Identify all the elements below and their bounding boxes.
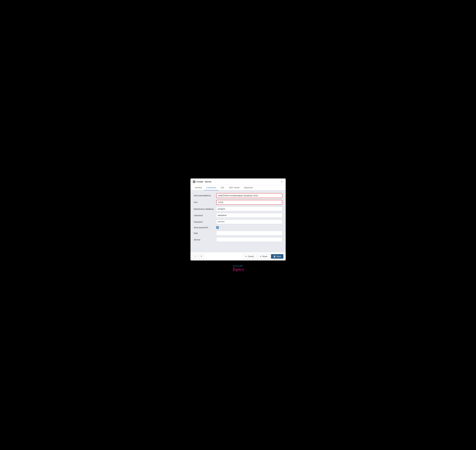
tab-ssl[interactable]: SSL (219, 185, 226, 190)
username-input[interactable] (216, 213, 282, 218)
save-button[interactable]: 💾 Save (271, 254, 283, 259)
password-row: Password (194, 219, 282, 224)
username-label: Username (194, 213, 216, 217)
service-row: Service (194, 237, 282, 242)
service-input[interactable] (216, 237, 282, 242)
reset-button[interactable]: ↺ Reset (257, 254, 270, 259)
footer-left: i ? (193, 254, 204, 259)
maintenance-db-row: Maintenance database (194, 207, 282, 211)
info-button[interactable]: i (193, 254, 198, 259)
password-input[interactable] (216, 219, 282, 224)
reset-label: Reset (262, 255, 267, 258)
help-button[interactable]: ? (199, 254, 204, 259)
branding-topics-text: Topics (232, 267, 244, 272)
save-password-label: Save password? (194, 226, 216, 229)
password-label: Password (194, 219, 216, 224)
role-input[interactable] (216, 231, 282, 235)
port-row: Port (194, 200, 282, 205)
cancel-icon: ✕ (245, 255, 247, 258)
cancel-button[interactable]: ✕ Cancel (243, 254, 256, 259)
host-label: Host name/address (194, 193, 216, 197)
dialog-title-area: Create - Server (193, 180, 212, 183)
dialog-wrapper: Create - Server × General Connection SSL… (191, 178, 286, 272)
tab-bar: General Connection SSL SSH Tunnel Advanc… (191, 185, 286, 190)
tab-connection[interactable]: Connection (204, 185, 219, 190)
tab-ssh-tunnel[interactable]: SSH Tunnel (227, 185, 242, 190)
save-label: Save (277, 255, 281, 258)
role-row: Role (194, 231, 282, 235)
create-server-dialog: Create - Server × General Connection SSL… (191, 178, 286, 261)
branding: SCALER Topics (232, 265, 244, 272)
dialog-header: Create - Server × (191, 178, 286, 185)
save-password-checkbox[interactable] (216, 226, 219, 229)
maintenance-db-label: Maintenance database (194, 207, 216, 211)
dialog-title: Create - Server (197, 180, 212, 183)
reset-icon: ↺ (260, 255, 261, 258)
tab-general[interactable]: General (193, 185, 204, 190)
role-label: Role (194, 231, 216, 235)
maintenance-db-input[interactable] (216, 207, 282, 211)
port-label: Port (194, 200, 216, 204)
host-input[interactable] (216, 193, 282, 198)
username-row: Username (194, 213, 282, 218)
close-button[interactable]: × (280, 180, 283, 183)
save-icon: 💾 (273, 255, 276, 258)
dialog-footer: i ? ✕ Cancel ↺ Reset 💾 Save (191, 252, 286, 261)
server-icon (193, 181, 196, 183)
tab-advanced[interactable]: Advanced (242, 185, 255, 190)
host-row: Host name/address (194, 193, 282, 198)
dialog-body: Host name/address Port Maintenance datab… (191, 190, 286, 252)
service-label: Service (194, 237, 216, 241)
cancel-label: Cancel (248, 255, 254, 258)
footer-right: ✕ Cancel ↺ Reset 💾 Save (243, 254, 283, 259)
save-password-row: Save password? (194, 226, 282, 229)
port-input[interactable] (216, 200, 282, 205)
